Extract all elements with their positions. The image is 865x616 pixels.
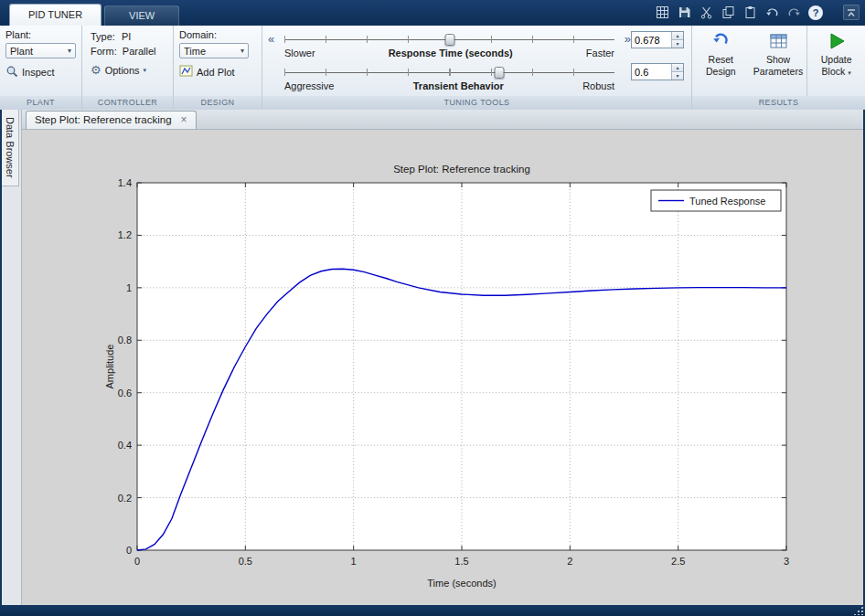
svg-text:1: 1 (126, 282, 132, 293)
status-bar (0, 605, 865, 616)
spinner-down-icon[interactable]: ▾ (672, 40, 683, 48)
transient-behavior-slider[interactable] (284, 66, 614, 79)
response-slower-arrows-icon[interactable]: « (268, 33, 274, 46)
main-area: Data Browser Step Plot: Reference tracki… (0, 110, 865, 605)
response-time-input[interactable] (632, 32, 671, 48)
svg-text:0.2: 0.2 (118, 493, 132, 504)
ribbon-section-plant: Plant: Plant ▾ Inspect PLANT (0, 26, 82, 110)
transient-behavior-input[interactable] (632, 64, 671, 80)
update-block-play-icon (827, 30, 847, 52)
reset-design-label-line1: Reset (709, 54, 733, 66)
show-parameters-icon (769, 30, 788, 52)
spinner-up-icon[interactable]: ▴ (672, 64, 683, 72)
resize-grip[interactable] (853, 606, 863, 615)
ribbon-section-design: Domain: Time ▾ Add Plot DESIGN (174, 26, 262, 110)
copy-icon[interactable] (721, 5, 736, 20)
svg-text:0.5: 0.5 (239, 556, 252, 567)
show-parameters-label-line1: Show (766, 54, 790, 66)
chevron-down-icon: ▾ (144, 67, 147, 74)
section-label-design: DESIGN (174, 96, 262, 110)
magnifier-icon (5, 65, 18, 80)
svg-text:2.5: 2.5 (671, 556, 685, 567)
paste-icon[interactable] (742, 5, 758, 20)
svg-text:1.4: 1.4 (118, 177, 132, 188)
svg-text:2: 2 (567, 556, 572, 567)
reset-design-icon (711, 30, 730, 52)
save-icon[interactable] (677, 5, 692, 20)
minimize-ribbon-icon[interactable] (843, 5, 860, 20)
plant-dropdown[interactable]: Plant ▾ (5, 43, 76, 58)
svg-text:0.4: 0.4 (118, 440, 132, 451)
update-block-label-line1: Update (821, 54, 852, 66)
response-time-slider[interactable] (284, 33, 614, 46)
response-time-spinner[interactable]: ▴ ▾ (631, 31, 684, 48)
redo-icon[interactable] (786, 5, 802, 20)
svg-text:0: 0 (126, 545, 132, 556)
svg-text:1.2: 1.2 (118, 229, 132, 240)
undo-icon[interactable] (764, 5, 780, 20)
gear-icon: ⚙ (91, 63, 101, 77)
reset-design-button[interactable]: Reset Design (692, 26, 750, 96)
document-area: Step Plot: Reference tracking × 00.511.5… (22, 110, 863, 605)
plot-area: 00.511.522.5300.20.40.60.811.21.4Step Pl… (22, 130, 863, 605)
chevron-down-icon: ▾ (848, 69, 851, 76)
cut-icon[interactable] (699, 5, 714, 20)
response-time-label: Response Time (seconds) (389, 48, 513, 58)
tab-pid-tuner[interactable]: PID TUNER (9, 4, 101, 26)
plant-label: Plant: (5, 29, 76, 40)
domain-label: Domain: (179, 29, 256, 40)
update-block-label-line2: Block ▾ (822, 66, 851, 78)
plant-dropdown-value: Plant (10, 46, 33, 57)
add-plot-icon (179, 65, 193, 80)
options-button[interactable]: ⚙ Options ▾ (91, 63, 167, 77)
form-label: Form: (91, 46, 117, 57)
svg-text:Tuned Response: Tuned Response (689, 196, 765, 207)
step-plot-tab[interactable]: Step Plot: Reference tracking × (26, 111, 197, 129)
quick-access-toolbar: ? (655, 5, 823, 20)
data-browser-panel: Data Browser (2, 110, 22, 605)
update-block-button[interactable]: Update Block ▾ (806, 26, 865, 96)
transient-behavior-label: Transient Behavior (413, 80, 504, 91)
svg-text:Amplitude: Amplitude (104, 345, 115, 389)
pid-tuner-window: PID TUNER VIEW ? (0, 0, 865, 616)
spinner-down-icon[interactable]: ▾ (672, 72, 683, 80)
section-label-results: RESULTS (692, 96, 865, 110)
faster-label: Faster (586, 48, 614, 58)
svg-text:Time (seconds): Time (seconds) (427, 578, 496, 589)
svg-text:0.8: 0.8 (118, 335, 132, 345)
domain-dropdown[interactable]: Time ▾ (179, 43, 249, 58)
aggressive-label: Aggressive (284, 80, 334, 91)
step-plot-tab-label: Step Plot: Reference tracking (35, 114, 172, 125)
tab-view[interactable]: VIEW (104, 5, 179, 26)
svg-text:3: 3 (784, 556, 789, 567)
robust-label: Robust (582, 80, 614, 91)
slower-label: Slower (284, 48, 315, 58)
toolstrip-tab-bar: PID TUNER VIEW ? (0, 0, 865, 26)
transient-behavior-slider-handle[interactable] (494, 67, 504, 79)
section-label-controller: CONTROLLER (82, 96, 173, 110)
add-plot-button[interactable]: Add Plot (179, 65, 256, 80)
ribbon-section-results: Reset Design Show Parameters (692, 26, 865, 110)
ribbon: Plant: Plant ▾ Inspect PLANT Type: PI (0, 26, 865, 110)
svg-text:0: 0 (134, 556, 140, 567)
section-label-plant: PLANT (0, 96, 81, 110)
reset-design-label-line2: Design (706, 66, 736, 78)
svg-text:1.5: 1.5 (454, 556, 468, 567)
transient-behavior-spinner[interactable]: ▴ ▾ (631, 63, 684, 80)
add-plot-label: Add Plot (197, 67, 235, 78)
inspect-button[interactable]: Inspect (5, 65, 76, 80)
spinner-up-icon[interactable]: ▴ (672, 32, 683, 40)
response-faster-arrows-icon[interactable]: » (625, 33, 631, 46)
data-browser-tab[interactable]: Data Browser (2, 110, 19, 186)
domain-dropdown-value: Time (184, 46, 206, 57)
response-time-slider-handle[interactable] (444, 34, 454, 46)
inspect-label: Inspect (22, 67, 54, 78)
show-parameters-button[interactable]: Show Parameters (750, 26, 807, 96)
layout-grid-icon[interactable] (655, 5, 670, 20)
help-icon[interactable]: ? (808, 5, 823, 20)
close-icon[interactable]: × (181, 114, 187, 125)
section-label-tuning-tools: TUNING TOOLS (262, 96, 691, 110)
chevron-down-icon: ▾ (240, 47, 244, 55)
type-label: Type: (91, 31, 115, 42)
svg-text:1: 1 (351, 556, 357, 567)
